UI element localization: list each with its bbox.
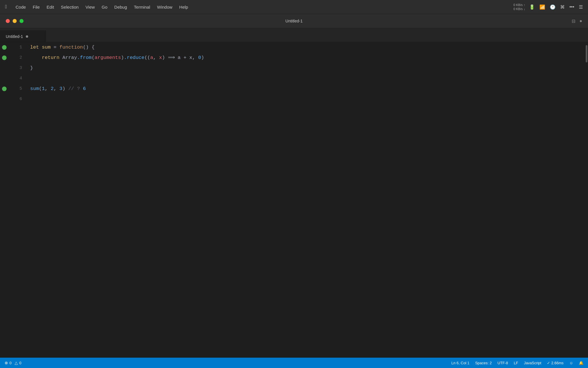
- breakpoint-gutter: [0, 42, 9, 358]
- token-from: .from: [77, 53, 92, 63]
- menubar-right: 0 KB/s ↑0 KB/s ↓ 🔋 📶 🕐 ⌘ ••• ☰: [513, 3, 583, 11]
- token-empty4: [30, 73, 33, 84]
- bp-6[interactable]: [0, 94, 9, 104]
- bp-4[interactable]: [0, 73, 9, 84]
- token-sum-var: sum: [42, 42, 51, 53]
- line-number-gutter: 1 2 3 4 5 6: [9, 42, 24, 358]
- token-close-param: ): [162, 53, 168, 63]
- window-title: Untitled-1: [285, 19, 303, 23]
- token-result: 6: [83, 84, 86, 94]
- token-return: return: [42, 53, 59, 63]
- breakpoint-marker: [2, 55, 7, 60]
- cursor-position[interactable]: Ln 6, Col 1: [451, 361, 469, 365]
- warning-icon: △: [15, 361, 18, 365]
- token-3: 3: [59, 84, 62, 94]
- token-arrow: ⟹: [168, 53, 175, 63]
- token-reduce-open: ((: [144, 53, 150, 63]
- line-num-3: 3: [20, 63, 22, 73]
- bp-1[interactable]: [0, 42, 9, 53]
- menu-view[interactable]: View: [82, 3, 98, 11]
- line-num-6: 6: [20, 94, 22, 104]
- token-comment: // ?: [68, 84, 83, 94]
- token-indent: [30, 53, 42, 63]
- indentation[interactable]: Spaces: 2: [475, 361, 492, 365]
- code-line-1: let sum = function() {: [30, 42, 578, 53]
- window-titlebar: Untitled-1 ⊟ ●: [0, 14, 588, 28]
- line-ending[interactable]: LF: [514, 361, 518, 365]
- breakpoint-marker: [2, 45, 7, 50]
- token-open-call: (: [39, 84, 42, 94]
- code-line-6: [30, 94, 578, 104]
- bell-icon[interactable]: 🔔: [579, 361, 583, 365]
- token-array: Array: [59, 53, 77, 63]
- encoding[interactable]: UTF-8: [498, 361, 508, 365]
- minimize-button[interactable]: [13, 19, 17, 23]
- dot-icon[interactable]: ●: [579, 18, 582, 24]
- close-button[interactable]: [6, 19, 10, 23]
- code-line-5: sum(1, 2, 3) // ? 6: [30, 84, 578, 94]
- cursor-icon: ⌘: [560, 4, 565, 10]
- split-editor-icon[interactable]: ⊟: [572, 18, 575, 24]
- language-mode[interactable]: JavaScript: [524, 361, 541, 365]
- maximize-button[interactable]: [20, 19, 24, 23]
- line-num-5: 5: [20, 84, 22, 94]
- tab-dirty-indicator: [26, 35, 28, 38]
- token-body: a + x,: [175, 53, 198, 63]
- token-let: let: [30, 42, 42, 53]
- token-comma3: ,: [54, 84, 59, 94]
- tab-untitled[interactable]: Untitled-1: [0, 30, 46, 42]
- network-speed: 0 KB/s ↑0 KB/s ↓: [513, 3, 525, 11]
- list-icon: ☰: [579, 4, 583, 10]
- code-line-2: return Array.from(arguments).reduce((a, …: [30, 53, 578, 63]
- system-icons: 🔋 📶 🕐 ⌘ ••• ☰: [529, 4, 583, 10]
- token-function-kw: function: [59, 42, 83, 53]
- bp-3[interactable]: [0, 63, 9, 73]
- token-sum-call: sum: [30, 84, 39, 94]
- menu-selection[interactable]: Selection: [57, 3, 82, 11]
- menu-window[interactable]: Window: [154, 3, 176, 11]
- scrollbar-track[interactable]: [584, 42, 588, 358]
- token-arguments: arguments: [94, 53, 121, 63]
- error-icon: ⊗: [5, 361, 8, 365]
- apple-menu[interactable]: : [5, 4, 7, 10]
- token-comma2: ,: [45, 84, 51, 94]
- token-from-paren: (: [92, 53, 94, 63]
- scrollbar-thumb[interactable]: [586, 45, 587, 62]
- error-count[interactable]: ⊗ 0 △ 0: [5, 361, 21, 365]
- token-close-call: ): [62, 84, 68, 94]
- status-bar: ⊗ 0 △ 0 Ln 6, Col 1 Spaces: 2 UTF-8 LF J…: [0, 358, 588, 368]
- tab-label: Untitled-1: [6, 34, 23, 39]
- menubar:  Code File Edit Selection View Go Debug…: [0, 0, 588, 14]
- token-empty6: [30, 94, 33, 104]
- menu-help[interactable]: Help: [176, 3, 192, 11]
- token-paren-open: () {: [83, 42, 95, 53]
- status-right: Ln 6, Col 1 Spaces: 2 UTF-8 LF JavaScrip…: [451, 361, 583, 365]
- menu-debug[interactable]: Debug: [111, 3, 130, 11]
- bp-5[interactable]: [0, 84, 9, 94]
- bp-2[interactable]: [0, 53, 9, 63]
- menu-go[interactable]: Go: [98, 3, 111, 11]
- token-comma1: ,: [153, 53, 159, 63]
- breakpoint-marker: [2, 87, 7, 91]
- token-zero: 0: [198, 53, 201, 63]
- menu-code[interactable]: Code: [12, 3, 29, 11]
- line-num-2: 2: [20, 53, 22, 63]
- window-actions: ⊟ ●: [572, 18, 582, 24]
- token-a: a: [150, 53, 153, 63]
- token-1: 1: [42, 84, 45, 94]
- clock-icon: 🕐: [550, 4, 556, 10]
- smiley-icon[interactable]: ☺: [569, 361, 573, 365]
- token-close-paren: ): [121, 53, 124, 63]
- menu-edit[interactable]: Edit: [43, 3, 57, 11]
- battery-icon: 🔋: [529, 4, 535, 10]
- code-editor[interactable]: let sum = function() { return Array.from…: [24, 42, 584, 358]
- menu-file[interactable]: File: [29, 3, 43, 11]
- token-2: 2: [51, 84, 53, 94]
- wifi-icon: 📶: [539, 4, 545, 10]
- token-x: x: [159, 53, 162, 63]
- token-reduce: .reduce: [124, 53, 144, 63]
- menu-terminal[interactable]: Terminal: [130, 3, 154, 11]
- code-line-3: }: [30, 63, 578, 73]
- timing-badge: ✓ 2.66ms: [547, 361, 563, 365]
- tab-bar: Untitled-1: [0, 28, 588, 42]
